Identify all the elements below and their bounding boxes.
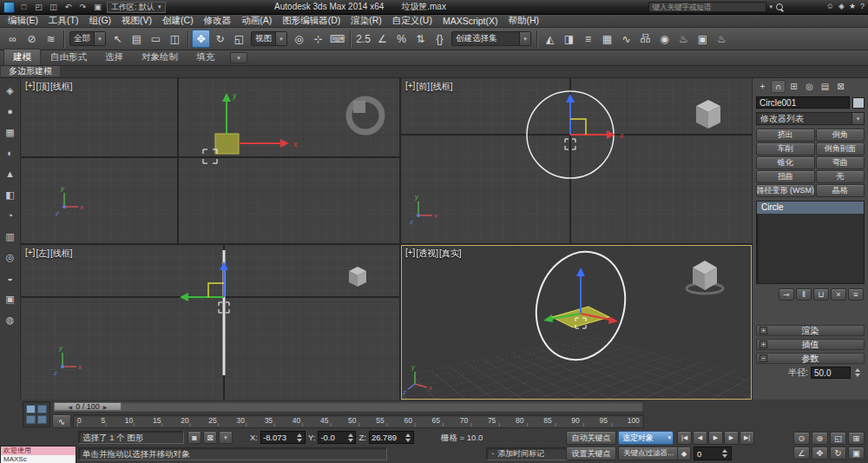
app-logo-icon[interactable] xyxy=(3,2,15,13)
next-frame-icon[interactable]: ▶ xyxy=(724,431,739,445)
menu-item[interactable]: 图形编辑器(D) xyxy=(277,15,345,27)
save-file-icon[interactable]: ◫ xyxy=(47,2,60,13)
modifier-stack[interactable]: Circle xyxy=(756,201,865,284)
viewport-menu-button[interactable]: [+] xyxy=(405,248,415,260)
radius-spinner[interactable] xyxy=(853,367,861,379)
fov-icon[interactable]: ∠ xyxy=(793,446,810,460)
menu-item[interactable]: 工具(T) xyxy=(43,15,83,27)
layer-manager-icon[interactable]: ≡ xyxy=(579,30,597,48)
coordinate-y-field[interactable] xyxy=(319,433,346,442)
macro-recorder-line[interactable]: 欢迎使用 xyxy=(1,446,76,455)
y-spinner[interactable] xyxy=(346,432,354,443)
polygon-modeling-panel-tab[interactable]: 多边形建模 xyxy=(0,66,61,77)
docked-tool-icon[interactable]: ◐ xyxy=(3,145,18,161)
menu-item[interactable]: 渲染(R) xyxy=(345,15,387,27)
track-bar[interactable]: 0510152025303540455055606570758085909510… xyxy=(73,414,644,428)
use-pivot-center-icon[interactable]: ◎ xyxy=(290,30,308,48)
selected-shape[interactable] xyxy=(215,134,239,154)
curve-editor-icon[interactable]: ∿ xyxy=(617,30,635,48)
tab-freeform[interactable]: 自由形式 xyxy=(42,50,95,65)
object-color-swatch[interactable] xyxy=(852,97,865,109)
display-tab-icon[interactable]: ▤ xyxy=(818,80,832,93)
modifier-button[interactable]: 晶格 xyxy=(816,184,865,197)
pan-icon[interactable]: ✥ xyxy=(812,446,828,460)
menu-item[interactable]: 修改器 xyxy=(199,15,237,27)
docked-tool-icon[interactable]: ◈ xyxy=(3,83,18,98)
collapse-icon[interactable]: − xyxy=(760,354,767,362)
named-selection-set-dropdown[interactable]: 创建选择集 ▾ xyxy=(451,31,531,46)
modifier-button[interactable]: 倒角剖面 xyxy=(816,142,865,155)
mirror-icon[interactable]: ◭ xyxy=(541,30,559,48)
modifier-button[interactable]: 锥化 xyxy=(756,156,815,169)
x-spinner[interactable] xyxy=(296,432,304,443)
current-frame-field[interactable] xyxy=(694,449,720,459)
z-spinner[interactable] xyxy=(404,432,412,443)
tab-object-paint[interactable]: 对象绘制 xyxy=(133,50,187,65)
viewport-menu-button[interactable]: [+] xyxy=(25,81,35,93)
edit-named-selections-icon[interactable]: {} xyxy=(431,30,449,48)
bind-to-space-warp-icon[interactable]: ≋ xyxy=(42,30,60,48)
menu-item[interactable]: MAXScript(X) xyxy=(437,16,503,26)
modifier-button[interactable]: 挤出 xyxy=(756,129,815,142)
coordinate-x-field[interactable] xyxy=(261,433,296,442)
top-viewport-canvas[interactable]: x y x y z xyxy=(21,78,399,243)
docked-tool-icon[interactable]: ◔ xyxy=(3,208,18,223)
zoom-extents-icon[interactable]: ◱ xyxy=(830,432,846,445)
graphite-ribbon-icon[interactable]: ▦ xyxy=(598,30,616,48)
expand-icon[interactable]: + xyxy=(760,327,767,334)
docked-tool-icon[interactable]: ▣ xyxy=(3,291,18,307)
open-file-icon[interactable]: ◰ xyxy=(32,2,45,13)
key-filters-button[interactable]: 关键点过滤器... xyxy=(618,446,679,460)
help-icon[interactable]: ? xyxy=(860,2,865,10)
zoom-all-icon[interactable]: ⊛ xyxy=(812,432,828,445)
rectangular-selection-icon[interactable]: ▭ xyxy=(147,30,165,48)
modifier-button[interactable]: 车削 xyxy=(756,142,815,155)
communication-center-icon[interactable]: ◈ xyxy=(838,2,845,10)
transform-type-in-icon[interactable]: + xyxy=(219,431,233,444)
docked-tool-icon[interactable]: ● xyxy=(3,103,18,119)
modifier-button[interactable]: 倒角 xyxy=(816,129,865,142)
previous-frame-arrow-icon[interactable]: ◀ xyxy=(69,404,73,410)
play-icon[interactable]: ▶ xyxy=(708,431,723,445)
angle-snap-icon[interactable]: ∠ xyxy=(373,30,391,48)
snap-toggle-icon[interactable]: 2.5 xyxy=(354,30,372,48)
docked-tool-icon[interactable]: ◍ xyxy=(3,312,18,327)
make-unique-icon[interactable]: ⊔ xyxy=(813,288,829,301)
menu-item[interactable]: 组(G) xyxy=(83,15,116,27)
docked-tool-icon[interactable]: ◎ xyxy=(3,249,18,265)
modifier-list-dropdown[interactable]: 修改器列表 ▾ xyxy=(756,112,865,125)
project-folder-icon[interactable]: ▣ xyxy=(91,2,104,13)
undo-icon[interactable]: ↶ xyxy=(62,2,75,13)
auto-key-button[interactable]: 自动关键点 xyxy=(566,431,616,445)
select-object-icon[interactable]: ↖ xyxy=(108,30,127,48)
signin-icon[interactable]: ☺ xyxy=(826,2,834,10)
front-viewport-canvas[interactable]: x x y z xyxy=(401,78,752,243)
viewport-left[interactable]: [+] [左] [线框] xyxy=(21,245,399,400)
left-viewport-canvas[interactable]: x y z xyxy=(21,245,399,400)
orbit-icon[interactable]: ↻ xyxy=(830,446,846,460)
menu-item[interactable]: 创建(C) xyxy=(157,15,199,27)
viewport-layout-selector[interactable] xyxy=(23,401,50,427)
menu-item[interactable]: 帮助(H) xyxy=(503,15,545,27)
material-editor-icon[interactable]: ◉ xyxy=(655,30,674,48)
viewport-perspective-active[interactable]: [+] [透视] [真实] x xyxy=(401,245,752,400)
maxscript-mini-listener[interactable]: 欢迎使用 MAXSc xyxy=(0,446,76,463)
workspace-dropdown[interactable]: 工作区: 默认 ▾ xyxy=(107,2,166,13)
reference-coordinate-dropdown[interactable]: 视图 ▾ xyxy=(251,31,287,46)
expand-icon[interactable]: + xyxy=(760,341,767,348)
coordinate-z-field[interactable] xyxy=(370,433,404,442)
selection-filter-dropdown[interactable]: 全部 ▾ xyxy=(69,31,106,46)
docked-tool-icon[interactable]: ◧ xyxy=(3,187,18,202)
schematic-view-icon[interactable]: 品 xyxy=(636,30,654,48)
rollout-interpolation[interactable]: + 插值 xyxy=(756,339,865,350)
keyboard-override-icon[interactable]: ⌨ xyxy=(328,30,346,48)
search-input[interactable] xyxy=(648,2,766,12)
isolate-selection-icon[interactable]: ◙ xyxy=(187,431,201,444)
select-and-scale-icon[interactable]: ◱ xyxy=(230,30,248,48)
previous-frame-icon[interactable]: ◀ xyxy=(693,431,707,445)
viewport-menu-button[interactable]: [+] xyxy=(25,248,35,260)
viewcube[interactable] xyxy=(687,261,723,294)
go-to-end-icon[interactable]: ▶| xyxy=(740,431,754,445)
key-mode-toggle-icon[interactable]: ◆ xyxy=(677,446,691,460)
window-crossing-icon[interactable]: ◫ xyxy=(166,30,184,48)
